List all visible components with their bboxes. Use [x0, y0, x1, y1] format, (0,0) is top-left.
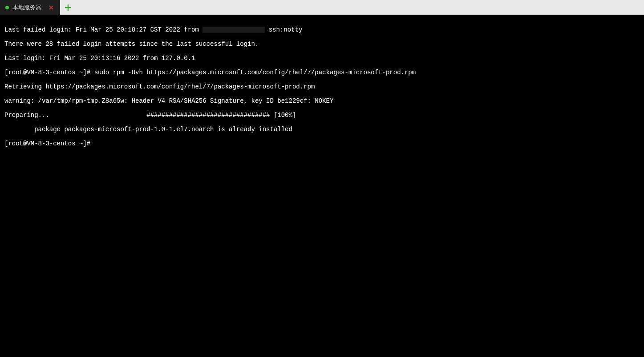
cursor-icon [94, 141, 98, 147]
terminal-line: Last login: Fri Mar 25 20:13:16 2022 fro… [4, 55, 640, 62]
terminal-line: package packages-microsoft-prod-1.0-1.el… [4, 126, 640, 133]
terminal-line: [root@VM-8-3-centos ~]# sudo rpm -Uvh ht… [4, 69, 640, 76]
text: Last failed login: Fri Mar 25 20:18:27 C… [4, 26, 203, 33]
redacted-ip [203, 27, 265, 33]
close-icon[interactable]: ✕ [48, 4, 55, 11]
terminal-prompt: [root@VM-8-3-centos ~]# [4, 140, 640, 147]
terminal-output[interactable]: Last failed login: Fri Mar 25 20:18:27 C… [0, 15, 644, 159]
add-tab-button[interactable] [60, 0, 76, 15]
text: ssh:notty [265, 26, 302, 33]
plus-icon [65, 4, 71, 11]
terminal-line: warning: /var/tmp/rpm-tmp.Z8a65w: Header… [4, 97, 640, 104]
tab-bar: 本地服务器 ✕ [0, 0, 644, 15]
prompt-text: [root@VM-8-3-centos ~]# [4, 140, 94, 147]
tab-title: 本地服务器 [12, 4, 44, 12]
terminal-line: There were 28 failed login attempts sinc… [4, 40, 640, 48]
terminal-line: Last failed login: Fri Mar 25 20:18:27 C… [4, 26, 640, 33]
terminal-line: Preparing... ###########################… [4, 112, 640, 119]
status-dot-icon [5, 6, 9, 9]
terminal-line: Retrieving https://packages.microsoft.co… [4, 83, 640, 90]
tab-local-server[interactable]: 本地服务器 ✕ [0, 0, 60, 15]
